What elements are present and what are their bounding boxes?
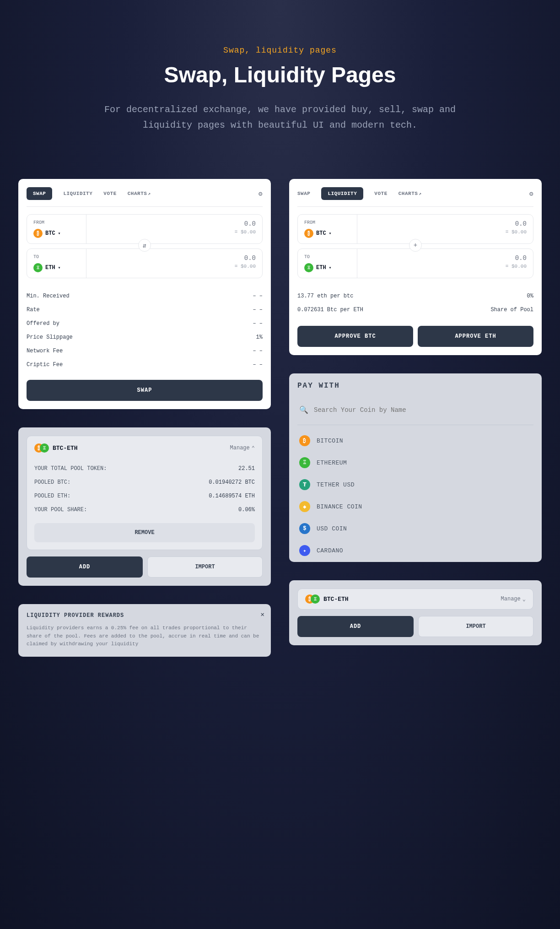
info-value: 1%	[256, 334, 263, 340]
pool-value: 0.06%	[238, 507, 255, 513]
pool-label: POOLED BTC:	[34, 479, 70, 486]
to-label: TO	[304, 254, 350, 259]
ada-icon: ✦	[299, 545, 310, 556]
pool-label: YOUR TOTAL POOL TOKEN:	[34, 465, 107, 472]
to-label: TO	[33, 254, 80, 259]
info-label: Min. Received	[27, 293, 70, 299]
tab-charts[interactable]: CHARTS↗	[398, 191, 422, 196]
to-coin-selector[interactable]: Ξ ETH ▾	[33, 263, 80, 272]
coin-list-item[interactable]: ÐDOGE COIN	[297, 562, 533, 562]
pool-card-collapsed: ₿ Ξ BTC-ETH Manage ⌄ ADD IMPORT	[289, 580, 542, 645]
pool-manage-card: ₿ Ξ BTC-ETH Manage ⌃ YOUR TOTAL POOL TOK…	[18, 427, 271, 586]
add-button[interactable]: ADD	[27, 556, 143, 578]
coin-list-item[interactable]: ✦CARDANO	[297, 540, 533, 562]
approve-eth-button[interactable]: APPROVE ETH	[418, 326, 533, 347]
liquidity-card: SWAP LIQUIDITY VOTE CHARTS↗ ⚙ FROM ₿ BTC…	[289, 179, 542, 355]
pool-value: 0.01940272 BTC	[209, 479, 255, 486]
info-label: Criptic Fee	[27, 362, 63, 368]
chevron-down-icon: ▾	[329, 265, 332, 270]
hero-description: For decentralized exchange, we have prov…	[92, 102, 468, 133]
settings-icon[interactable]: ⚙	[258, 190, 263, 198]
search-icon: 🔍	[299, 405, 308, 415]
add-liquidity-icon[interactable]: +	[409, 239, 422, 252]
add-button[interactable]: ADD	[297, 616, 414, 637]
eth-icon: Ξ	[299, 457, 310, 468]
rate-value: 0%	[527, 293, 533, 299]
to-coin-selector[interactable]: Ξ ETH ▾	[304, 263, 350, 272]
tab-vote[interactable]: VOTE	[374, 191, 387, 196]
bnb-icon: ◆	[299, 501, 310, 512]
coin-list-item[interactable]: ΞETHEREUM	[297, 452, 533, 474]
tab-liquidity[interactable]: LIQUIDITY	[321, 187, 363, 200]
info-label: Price Slippage	[27, 334, 73, 340]
pair-icon: ₿ Ξ	[305, 594, 320, 604]
info-value: – –	[253, 307, 263, 313]
hero-eyebrow: Swap, liquidity pages	[18, 46, 542, 55]
coin-list-item[interactable]: ₿BITCOIN	[297, 430, 533, 452]
coin-list-item[interactable]: ◆BINANCE COIN	[297, 496, 533, 518]
remove-button[interactable]: REMOVE	[34, 523, 255, 542]
from-label: FROM	[304, 220, 350, 225]
chevron-down-icon: ▾	[58, 231, 61, 236]
info-label: Rate	[27, 307, 40, 313]
swap-card: SWAP LIQUIDITY VOTE CHARTS↗ ⚙ FROM ₿ BTC…	[18, 179, 271, 409]
from-coin-label: BTC	[45, 230, 55, 237]
btc-icon: ₿	[304, 229, 313, 238]
info-value: – –	[253, 348, 263, 354]
manage-toggle[interactable]: Manage ⌄	[501, 596, 526, 603]
settings-icon[interactable]: ⚙	[529, 190, 533, 198]
chevron-down-icon: ⌄	[522, 596, 526, 603]
coin-list-item[interactable]: $USD COIN	[297, 518, 533, 540]
eth-icon: Ξ	[40, 443, 49, 453]
tab-vote[interactable]: VOTE	[103, 191, 116, 196]
tab-liquidity[interactable]: LIQUIDITY	[63, 191, 92, 196]
coin-list-item[interactable]: ₮TETHER USD	[297, 474, 533, 496]
to-box: TO Ξ ETH ▾ 0.0 = $0.00	[297, 248, 533, 278]
from-coin-label: BTC	[316, 230, 326, 237]
chevron-down-icon: ▾	[58, 265, 61, 270]
from-amount[interactable]: 0.0	[93, 220, 256, 227]
search-input[interactable]	[314, 406, 532, 414]
eth-icon: Ξ	[33, 263, 43, 272]
manage-toggle[interactable]: Manage ⌃	[230, 445, 255, 452]
hero-title: Swap, Liquidity Pages	[18, 62, 542, 87]
to-amount[interactable]: 0.0	[364, 254, 527, 262]
info-value: – –	[253, 293, 263, 299]
swap-info-list: Min. Received– – Rate– – Offered by– – P…	[27, 289, 263, 372]
external-link-icon: ↗	[419, 191, 422, 196]
swap-button[interactable]: SWAP	[27, 380, 263, 401]
btc-icon: ₿	[33, 229, 43, 238]
import-button[interactable]: IMPORT	[418, 616, 533, 637]
to-usd: = $0.00	[93, 264, 256, 269]
usdt-icon: ₮	[299, 479, 310, 490]
from-label: FROM	[33, 220, 80, 225]
chevron-up-icon: ⌃	[252, 445, 255, 452]
close-icon[interactable]: ✕	[261, 610, 264, 618]
approve-btc-button[interactable]: APPROVE BTC	[297, 326, 413, 347]
rate-label: 13.77 eth per btc	[297, 293, 353, 299]
to-amount[interactable]: 0.0	[93, 254, 256, 262]
pool-value: 0.14689574 ETH	[209, 493, 255, 499]
swap-direction-button[interactable]: ⇵	[138, 239, 151, 252]
pay-with-card: PAY WITH 🔍 ₿BITCOIN ΞETHEREUM ₮TETHER US…	[289, 373, 542, 562]
tab-swap[interactable]: SWAP	[297, 191, 310, 196]
from-box: FROM ₿ BTC ▾ 0.0 = $0.00 +	[297, 214, 533, 244]
chevron-down-icon: ▾	[329, 231, 332, 236]
from-coin-selector[interactable]: ₿ BTC ▾	[33, 229, 80, 238]
from-usd: = $0.00	[93, 229, 256, 235]
import-button[interactable]: IMPORT	[147, 556, 263, 578]
pay-with-title: PAY WITH	[297, 382, 533, 390]
info-value: – –	[253, 320, 263, 327]
from-amount[interactable]: 0.0	[364, 220, 527, 227]
pair-icon: ₿ Ξ	[34, 443, 49, 453]
info-value: – –	[253, 362, 263, 368]
eth-icon: Ξ	[311, 594, 320, 604]
info-label: Network Fee	[27, 348, 63, 354]
coin-list: ₿BITCOIN ΞETHEREUM ₮TETHER USD ◆BINANCE …	[297, 430, 533, 562]
from-coin-selector[interactable]: ₿ BTC ▾	[304, 229, 350, 238]
tab-swap[interactable]: SWAP	[27, 187, 52, 200]
to-coin-label: ETH	[45, 265, 55, 271]
external-link-icon: ↗	[148, 191, 151, 196]
from-usd: = $0.00	[364, 229, 527, 235]
tab-charts[interactable]: CHARTS↗	[128, 191, 151, 196]
